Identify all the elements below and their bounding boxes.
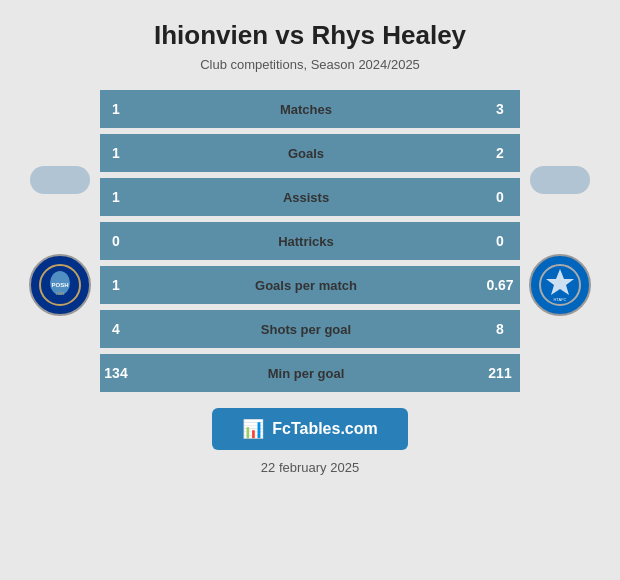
peterborough-crest: POSH 1934 <box>29 254 91 316</box>
stats-bars: 1Matches31Goals21Assists00Hattricks01Goa… <box>100 90 520 392</box>
stat-label: Min per goal <box>268 366 345 381</box>
stat-left-bar <box>132 310 247 348</box>
fctables-banner[interactable]: 📊 FcTables.com <box>212 408 408 450</box>
stat-label: Hattricks <box>278 234 334 249</box>
stat-bar-container: Min per goal <box>132 354 480 392</box>
stat-left-value: 0 <box>100 222 132 260</box>
right-team-logo: HTAFC <box>520 166 600 316</box>
page-title: Ihionvien vs Rhys Healey <box>154 20 466 51</box>
fctables-icon: 📊 <box>242 418 264 440</box>
stat-row: 1Assists0 <box>100 178 520 216</box>
stat-row: 1Goals per match0.67 <box>100 266 520 304</box>
stat-left-value: 134 <box>100 354 132 392</box>
svg-text:1934: 1934 <box>56 291 66 296</box>
stat-label: Goals per match <box>255 278 357 293</box>
stat-row: 0Hattricks0 <box>100 222 520 260</box>
stat-bar-container: Shots per goal <box>132 310 480 348</box>
stat-right-value: 0 <box>480 222 520 260</box>
left-team-logo: POSH 1934 <box>20 166 100 316</box>
stat-left-bar <box>132 354 268 392</box>
comparison-area: POSH 1934 1Matches31Goals21Assists00Hatt… <box>20 90 600 392</box>
stat-bar-container: Goals <box>132 134 480 172</box>
stat-row: 134Min per goal211 <box>100 354 520 392</box>
stat-row: 1Matches3 <box>100 90 520 128</box>
stat-bar-container: Goals per match <box>132 266 480 304</box>
right-pill-shape <box>530 166 590 194</box>
stat-label: Goals <box>288 146 324 161</box>
stat-left-bar <box>132 90 219 128</box>
stat-right-value: 8 <box>480 310 520 348</box>
fctables-label: FcTables.com <box>272 420 378 438</box>
stat-left-value: 1 <box>100 90 132 128</box>
stat-label: Matches <box>280 102 332 117</box>
stat-right-bar <box>219 90 480 128</box>
stat-bar-container: Matches <box>132 90 480 128</box>
stat-bar-container: Hattricks <box>132 222 480 260</box>
stat-label: Assists <box>283 190 329 205</box>
stat-right-value: 2 <box>480 134 520 172</box>
stat-row: 1Goals2 <box>100 134 520 172</box>
date-label: 22 february 2025 <box>261 460 359 475</box>
left-pill-shape <box>30 166 90 194</box>
page-subtitle: Club competitions, Season 2024/2025 <box>200 57 420 72</box>
stat-right-value: 0 <box>480 178 520 216</box>
stat-label: Shots per goal <box>261 322 351 337</box>
stat-right-value: 3 <box>480 90 520 128</box>
stat-bar-container: Assists <box>132 178 480 216</box>
stat-right-value: 0.67 <box>480 266 520 304</box>
stat-left-bar <box>132 134 247 172</box>
stat-row: 4Shots per goal8 <box>100 310 520 348</box>
stat-right-bar <box>247 134 480 172</box>
svg-text:HTAFC: HTAFC <box>553 297 566 302</box>
stat-right-value: 211 <box>480 354 520 392</box>
svg-text:POSH: POSH <box>51 282 68 288</box>
stat-left-value: 1 <box>100 134 132 172</box>
stat-left-value: 1 <box>100 266 132 304</box>
huddersfield-crest: HTAFC <box>529 254 591 316</box>
stat-left-value: 4 <box>100 310 132 348</box>
stat-right-bar <box>341 266 480 304</box>
stat-left-value: 1 <box>100 178 132 216</box>
